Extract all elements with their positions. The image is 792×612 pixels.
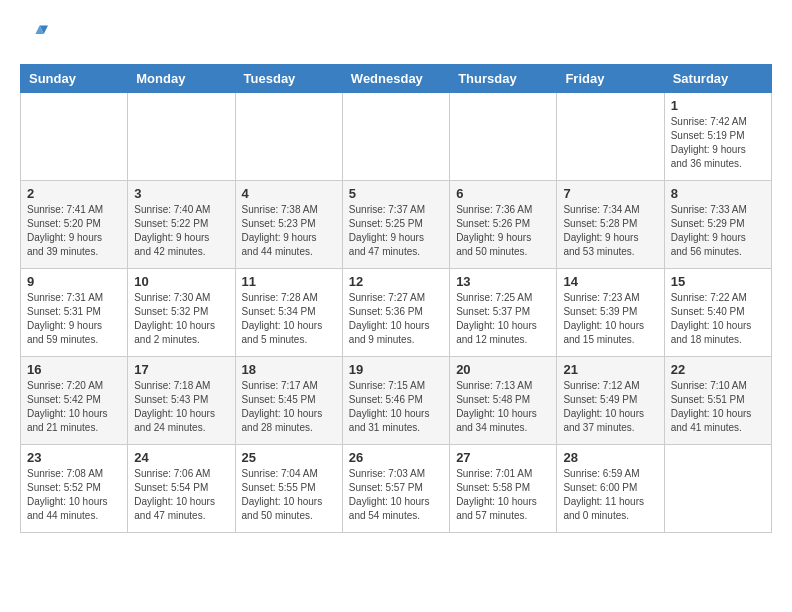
day-info: Sunrise: 7:34 AM Sunset: 5:28 PM Dayligh… [563,203,657,259]
day-info: Sunrise: 7:25 AM Sunset: 5:37 PM Dayligh… [456,291,550,347]
calendar-table: SundayMondayTuesdayWednesdayThursdayFrid… [20,64,772,533]
weekday-header-thursday: Thursday [450,65,557,93]
day-info: Sunrise: 7:41 AM Sunset: 5:20 PM Dayligh… [27,203,121,259]
logo-icon [20,20,48,48]
day-number: 12 [349,274,443,289]
calendar-cell: 2Sunrise: 7:41 AM Sunset: 5:20 PM Daylig… [21,181,128,269]
calendar-cell: 8Sunrise: 7:33 AM Sunset: 5:29 PM Daylig… [664,181,771,269]
page-header [20,20,772,48]
day-number: 9 [27,274,121,289]
day-number: 7 [563,186,657,201]
week-row-5: 23Sunrise: 7:08 AM Sunset: 5:52 PM Dayli… [21,445,772,533]
calendar-cell: 13Sunrise: 7:25 AM Sunset: 5:37 PM Dayli… [450,269,557,357]
day-info: Sunrise: 7:08 AM Sunset: 5:52 PM Dayligh… [27,467,121,523]
calendar-cell: 7Sunrise: 7:34 AM Sunset: 5:28 PM Daylig… [557,181,664,269]
day-number: 4 [242,186,336,201]
day-info: Sunrise: 7:20 AM Sunset: 5:42 PM Dayligh… [27,379,121,435]
weekday-header-tuesday: Tuesday [235,65,342,93]
calendar-cell: 5Sunrise: 7:37 AM Sunset: 5:25 PM Daylig… [342,181,449,269]
day-info: Sunrise: 7:40 AM Sunset: 5:22 PM Dayligh… [134,203,228,259]
day-number: 3 [134,186,228,201]
calendar-cell: 12Sunrise: 7:27 AM Sunset: 5:36 PM Dayli… [342,269,449,357]
week-row-3: 9Sunrise: 7:31 AM Sunset: 5:31 PM Daylig… [21,269,772,357]
calendar-cell [450,93,557,181]
calendar-cell: 23Sunrise: 7:08 AM Sunset: 5:52 PM Dayli… [21,445,128,533]
week-row-2: 2Sunrise: 7:41 AM Sunset: 5:20 PM Daylig… [21,181,772,269]
day-number: 22 [671,362,765,377]
day-info: Sunrise: 7:01 AM Sunset: 5:58 PM Dayligh… [456,467,550,523]
day-info: Sunrise: 7:03 AM Sunset: 5:57 PM Dayligh… [349,467,443,523]
calendar-cell: 26Sunrise: 7:03 AM Sunset: 5:57 PM Dayli… [342,445,449,533]
weekday-header-sunday: Sunday [21,65,128,93]
day-info: Sunrise: 7:22 AM Sunset: 5:40 PM Dayligh… [671,291,765,347]
calendar-cell: 24Sunrise: 7:06 AM Sunset: 5:54 PM Dayli… [128,445,235,533]
day-number: 23 [27,450,121,465]
calendar-cell [128,93,235,181]
calendar-cell: 9Sunrise: 7:31 AM Sunset: 5:31 PM Daylig… [21,269,128,357]
calendar-cell [557,93,664,181]
day-number: 24 [134,450,228,465]
day-number: 25 [242,450,336,465]
calendar-cell: 21Sunrise: 7:12 AM Sunset: 5:49 PM Dayli… [557,357,664,445]
calendar-cell [21,93,128,181]
day-number: 15 [671,274,765,289]
day-number: 18 [242,362,336,377]
day-info: Sunrise: 7:27 AM Sunset: 5:36 PM Dayligh… [349,291,443,347]
calendar-cell: 18Sunrise: 7:17 AM Sunset: 5:45 PM Dayli… [235,357,342,445]
day-info: Sunrise: 7:04 AM Sunset: 5:55 PM Dayligh… [242,467,336,523]
calendar-cell: 28Sunrise: 6:59 AM Sunset: 6:00 PM Dayli… [557,445,664,533]
day-number: 13 [456,274,550,289]
calendar-cell: 11Sunrise: 7:28 AM Sunset: 5:34 PM Dayli… [235,269,342,357]
day-number: 16 [27,362,121,377]
calendar-cell: 4Sunrise: 7:38 AM Sunset: 5:23 PM Daylig… [235,181,342,269]
calendar-cell: 3Sunrise: 7:40 AM Sunset: 5:22 PM Daylig… [128,181,235,269]
calendar-cell [664,445,771,533]
calendar-cell: 25Sunrise: 7:04 AM Sunset: 5:55 PM Dayli… [235,445,342,533]
week-row-1: 1Sunrise: 7:42 AM Sunset: 5:19 PM Daylig… [21,93,772,181]
week-row-4: 16Sunrise: 7:20 AM Sunset: 5:42 PM Dayli… [21,357,772,445]
day-info: Sunrise: 7:33 AM Sunset: 5:29 PM Dayligh… [671,203,765,259]
weekday-header-wednesday: Wednesday [342,65,449,93]
weekday-header-monday: Monday [128,65,235,93]
day-number: 10 [134,274,228,289]
day-info: Sunrise: 7:42 AM Sunset: 5:19 PM Dayligh… [671,115,765,171]
calendar-cell: 17Sunrise: 7:18 AM Sunset: 5:43 PM Dayli… [128,357,235,445]
calendar-cell: 6Sunrise: 7:36 AM Sunset: 5:26 PM Daylig… [450,181,557,269]
calendar-cell: 14Sunrise: 7:23 AM Sunset: 5:39 PM Dayli… [557,269,664,357]
day-number: 21 [563,362,657,377]
calendar-cell: 27Sunrise: 7:01 AM Sunset: 5:58 PM Dayli… [450,445,557,533]
logo [20,20,52,48]
calendar-cell [342,93,449,181]
day-number: 1 [671,98,765,113]
day-number: 11 [242,274,336,289]
day-number: 26 [349,450,443,465]
day-number: 14 [563,274,657,289]
day-info: Sunrise: 7:18 AM Sunset: 5:43 PM Dayligh… [134,379,228,435]
day-number: 28 [563,450,657,465]
day-number: 5 [349,186,443,201]
calendar-cell: 1Sunrise: 7:42 AM Sunset: 5:19 PM Daylig… [664,93,771,181]
calendar-cell: 20Sunrise: 7:13 AM Sunset: 5:48 PM Dayli… [450,357,557,445]
calendar-cell: 16Sunrise: 7:20 AM Sunset: 5:42 PM Dayli… [21,357,128,445]
day-info: Sunrise: 6:59 AM Sunset: 6:00 PM Dayligh… [563,467,657,523]
day-number: 20 [456,362,550,377]
day-info: Sunrise: 7:37 AM Sunset: 5:25 PM Dayligh… [349,203,443,259]
day-info: Sunrise: 7:12 AM Sunset: 5:49 PM Dayligh… [563,379,657,435]
weekday-header-row: SundayMondayTuesdayWednesdayThursdayFrid… [21,65,772,93]
day-info: Sunrise: 7:15 AM Sunset: 5:46 PM Dayligh… [349,379,443,435]
day-info: Sunrise: 7:31 AM Sunset: 5:31 PM Dayligh… [27,291,121,347]
weekday-header-friday: Friday [557,65,664,93]
day-number: 17 [134,362,228,377]
day-number: 8 [671,186,765,201]
day-number: 6 [456,186,550,201]
day-number: 19 [349,362,443,377]
day-info: Sunrise: 7:36 AM Sunset: 5:26 PM Dayligh… [456,203,550,259]
calendar-cell: 10Sunrise: 7:30 AM Sunset: 5:32 PM Dayli… [128,269,235,357]
day-info: Sunrise: 7:23 AM Sunset: 5:39 PM Dayligh… [563,291,657,347]
weekday-header-saturday: Saturday [664,65,771,93]
calendar-cell: 19Sunrise: 7:15 AM Sunset: 5:46 PM Dayli… [342,357,449,445]
day-number: 2 [27,186,121,201]
day-info: Sunrise: 7:38 AM Sunset: 5:23 PM Dayligh… [242,203,336,259]
day-info: Sunrise: 7:13 AM Sunset: 5:48 PM Dayligh… [456,379,550,435]
calendar-cell [235,93,342,181]
